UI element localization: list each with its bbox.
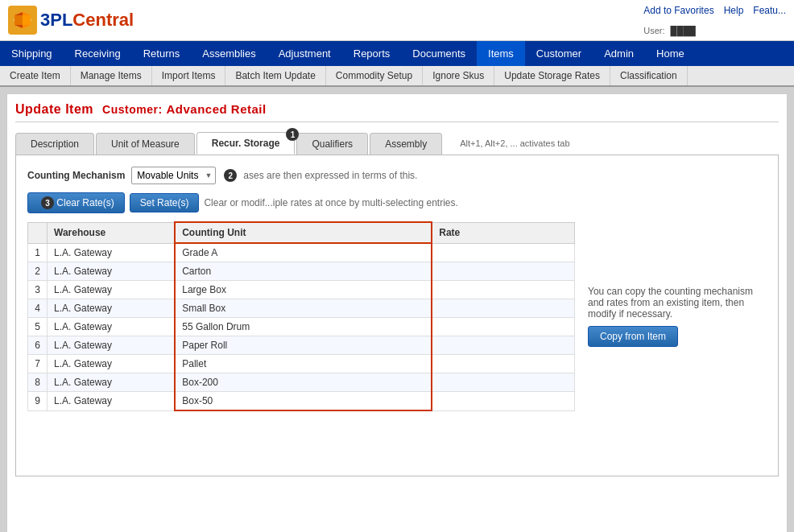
- cell-rate[interactable]: [432, 392, 574, 411]
- subnav-classification[interactable]: Classification: [610, 66, 688, 85]
- tab-unit-of-measure[interactable]: Unit of Measure: [96, 133, 195, 155]
- nav-adjustment[interactable]: Adjustment: [267, 41, 342, 66]
- table-row[interactable]: 5L.A. Gateway55 Gallon Drum: [28, 318, 575, 336]
- add-to-favorites-link[interactable]: Add to Favorites: [643, 5, 713, 16]
- nav-returns[interactable]: Returns: [132, 41, 192, 66]
- col-num: [28, 222, 48, 243]
- subnav-create-item[interactable]: Create Item: [0, 66, 71, 85]
- subnav-import-items[interactable]: Import Items: [152, 66, 226, 85]
- table-row[interactable]: 7L.A. GatewayPallet: [28, 355, 575, 373]
- col-counting-unit: Counting Unit: [175, 222, 432, 243]
- tab-qualifiers[interactable]: Qualifiers: [296, 133, 368, 155]
- counting-mechanism-row: Counting Mechanism Movable Units Weight …: [27, 167, 767, 184]
- cell-warehouse: L.A. Gateway: [48, 373, 176, 392]
- top-links: Add to Favorites Help Featu... User: ███…: [643, 5, 786, 35]
- counting-mechanism-select-wrapper[interactable]: Movable Units Weight Each: [131, 167, 216, 184]
- table-row[interactable]: 9L.A. GatewayBox-50: [28, 392, 575, 411]
- nav-reports[interactable]: Reports: [342, 41, 402, 66]
- page-content: Update Item Customer: Advanced Retail De…: [6, 93, 788, 532]
- buttons-hint: Clear or modif...iple rates at once by m…: [204, 197, 457, 208]
- cell-counting-unit[interactable]: Box-50: [175, 392, 432, 411]
- features-link[interactable]: Featu...: [753, 5, 786, 16]
- nav-receiving[interactable]: Receiving: [64, 41, 132, 66]
- logo-text: 3PLCentral: [40, 10, 134, 31]
- cell-num: 4: [28, 299, 48, 318]
- cell-counting-unit[interactable]: Carton: [175, 262, 432, 281]
- cell-warehouse: L.A. Gateway: [48, 243, 176, 262]
- subnav-batch-item-update[interactable]: Batch Item Update: [225, 66, 325, 85]
- table-row[interactable]: 4L.A. GatewaySmall Box: [28, 299, 575, 318]
- cell-warehouse: L.A. Gateway: [48, 262, 176, 281]
- help-link[interactable]: Help: [724, 5, 744, 16]
- badge-3: 3: [41, 196, 54, 209]
- cell-num: 9: [28, 392, 48, 411]
- cell-rate[interactable]: [432, 355, 574, 373]
- customer-name: Advanced Retail: [167, 102, 267, 116]
- cell-rate[interactable]: [432, 299, 574, 318]
- tab-assembly[interactable]: Assembly: [370, 133, 442, 155]
- cell-counting-unit[interactable]: Large Box: [175, 281, 432, 299]
- clear-rates-button[interactable]: 3 Clear Rate(s): [27, 192, 125, 213]
- col-rate: Rate: [432, 222, 574, 243]
- cell-counting-unit[interactable]: Box-200: [175, 373, 432, 392]
- nav-documents[interactable]: Documents: [401, 41, 477, 66]
- table-row[interactable]: 6L.A. GatewayPaper Roll: [28, 336, 575, 355]
- tabs: Description Unit of Measure Recur. Stora…: [15, 132, 779, 155]
- nav-admin[interactable]: Admin: [593, 41, 645, 66]
- cell-warehouse: L.A. Gateway: [48, 392, 176, 411]
- subnav-update-storage-rates[interactable]: Update Storage Rates: [494, 66, 610, 85]
- cell-counting-unit[interactable]: Paper Roll: [175, 336, 432, 355]
- cell-num: 5: [28, 318, 48, 336]
- cell-num: 7: [28, 355, 48, 373]
- copy-from-item-button[interactable]: Copy from Item: [588, 326, 678, 347]
- table-row[interactable]: 1L.A. GatewayGrade A: [28, 243, 575, 262]
- cell-warehouse: L.A. Gateway: [48, 318, 176, 336]
- tab-description[interactable]: Description: [15, 133, 94, 155]
- logo-icon: [8, 6, 37, 35]
- cell-num: 8: [28, 373, 48, 392]
- cell-rate[interactable]: [432, 336, 574, 355]
- username: ████: [671, 26, 696, 35]
- right-hint-panel: You can copy the counting mechanism and …: [588, 221, 767, 411]
- subnav-manage-items[interactable]: Manage Items: [71, 66, 152, 85]
- page-title: Update Item Customer: Advanced Retail: [15, 102, 779, 122]
- cell-rate[interactable]: [432, 318, 574, 336]
- table-row[interactable]: 8L.A. GatewayBox-200: [28, 373, 575, 392]
- counting-mechanism-select[interactable]: Movable Units Weight Each: [131, 167, 216, 184]
- table-row[interactable]: 3L.A. GatewayLarge Box: [28, 281, 575, 299]
- logo: 3PLCentral: [8, 6, 134, 35]
- set-rates-button[interactable]: Set Rate(s): [130, 193, 200, 212]
- subnav-ignore-skus[interactable]: Ignore Skus: [423, 66, 494, 85]
- cell-num: 3: [28, 281, 48, 299]
- nav-items[interactable]: Items: [477, 41, 525, 66]
- right-hint-text: You can copy the counting mechanism and …: [588, 286, 767, 320]
- cell-rate[interactable]: [432, 262, 574, 281]
- main-area: Warehouse Counting Unit Rate 1L.A. Gatew…: [27, 221, 767, 411]
- cell-rate[interactable]: [432, 281, 574, 299]
- main-nav: Shipping Receiving Returns Assemblies Ad…: [0, 41, 794, 66]
- cell-warehouse: L.A. Gateway: [48, 336, 176, 355]
- cell-counting-unit[interactable]: 55 Gallon Drum: [175, 318, 432, 336]
- cell-warehouse: L.A. Gateway: [48, 281, 176, 299]
- nav-shipping[interactable]: Shipping: [0, 41, 64, 66]
- cell-counting-unit[interactable]: Pallet: [175, 355, 432, 373]
- cell-warehouse: L.A. Gateway: [48, 299, 176, 318]
- cell-counting-unit[interactable]: Grade A: [175, 243, 432, 262]
- cell-num: 6: [28, 336, 48, 355]
- nav-assemblies[interactable]: Assemblies: [191, 41, 267, 66]
- cell-rate[interactable]: [432, 243, 574, 262]
- table-container: Warehouse Counting Unit Rate 1L.A. Gatew…: [27, 221, 575, 411]
- tab-hint: Alt+1, Alt+2, ... activates tab: [460, 138, 569, 148]
- data-table: Warehouse Counting Unit Rate 1L.A. Gatew…: [27, 221, 575, 411]
- col-warehouse: Warehouse: [48, 222, 176, 243]
- cell-counting-unit[interactable]: Small Box: [175, 299, 432, 318]
- tab-panel: Counting Mechanism Movable Units Weight …: [15, 155, 779, 476]
- tab-recur-storage[interactable]: Recur. Storage 1: [196, 132, 296, 155]
- cell-rate[interactable]: [432, 373, 574, 392]
- nav-customer[interactable]: Customer: [525, 41, 593, 66]
- table-row[interactable]: 2L.A. GatewayCarton: [28, 262, 575, 281]
- subnav-commodity-setup[interactable]: Commodity Setup: [326, 66, 423, 85]
- user-row: User: ████: [643, 26, 696, 35]
- nav-home[interactable]: Home: [645, 41, 696, 66]
- buttons-row: 3 Clear Rate(s) Set Rate(s) Clear or mod…: [27, 192, 767, 213]
